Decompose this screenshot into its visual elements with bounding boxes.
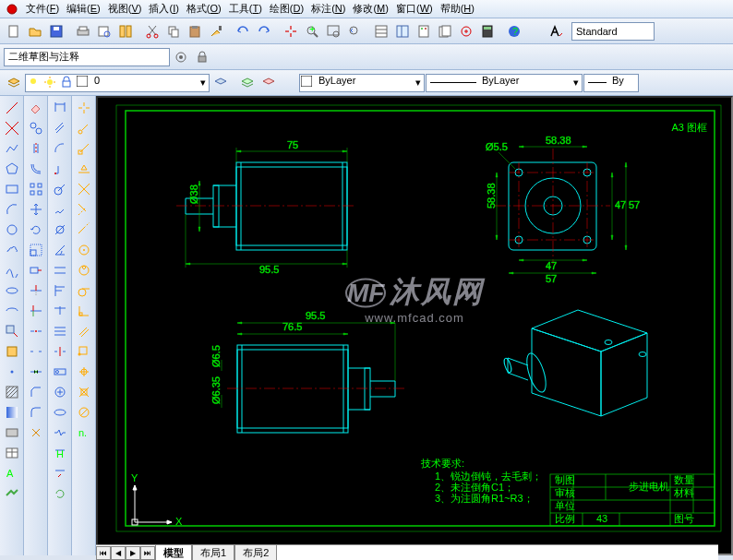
table-button[interactable] xyxy=(2,443,22,462)
help-button[interactable]: ? xyxy=(504,21,524,42)
layer-manager-button[interactable] xyxy=(4,73,24,93)
stretch-button[interactable] xyxy=(26,260,46,280)
snap-none-button[interactable] xyxy=(74,402,94,422)
revcloud-button[interactable] xyxy=(2,240,22,259)
block-button[interactable] xyxy=(2,341,22,361)
circle-button[interactable] xyxy=(2,220,22,239)
ellipse-button[interactable] xyxy=(2,280,22,300)
save-button[interactable] xyxy=(46,21,66,42)
dim-quick-button[interactable] xyxy=(50,260,70,280)
snap-per-button[interactable] xyxy=(74,301,94,320)
lineweight-combo[interactable]: By xyxy=(583,74,639,92)
point-button[interactable] xyxy=(2,362,22,381)
snap-qua-button[interactable] xyxy=(74,260,94,280)
design-center-button[interactable] xyxy=(392,21,413,42)
dim-break-button[interactable] xyxy=(50,341,70,361)
tab-layout2[interactable]: 布局2 xyxy=(234,544,277,561)
dim-continue-button[interactable] xyxy=(50,301,70,320)
zoom-window-button[interactable] xyxy=(323,21,343,42)
text-style-icon[interactable] xyxy=(545,21,571,42)
snap-settings-button[interactable]: n. xyxy=(74,423,94,442)
move-button[interactable] xyxy=(26,199,46,219)
plot-button[interactable] xyxy=(73,21,93,42)
dim-diameter-button[interactable] xyxy=(50,220,70,239)
break-button[interactable] xyxy=(26,341,46,361)
dim-ord-button[interactable] xyxy=(50,159,70,178)
snap-ins-button[interactable] xyxy=(74,341,94,361)
snap-int-button[interactable] xyxy=(74,179,94,198)
new-button[interactable] xyxy=(4,21,24,42)
zoom-realtime-button[interactable]: + xyxy=(302,21,322,42)
snap-from-button[interactable] xyxy=(74,118,94,137)
sheet-set-button[interactable] xyxy=(435,21,455,42)
snap-tan-button[interactable] xyxy=(74,280,94,300)
linetype-combo[interactable]: ByLayer ▾ xyxy=(426,74,583,92)
fillet-button[interactable] xyxy=(26,402,46,422)
dim-update-button[interactable] xyxy=(50,483,70,503)
dim-arc-button[interactable] xyxy=(50,138,70,158)
menu-view[interactable]: 视图(V) xyxy=(104,0,146,18)
break-point-button[interactable] xyxy=(26,321,46,340)
layer-prev-button[interactable] xyxy=(210,73,231,93)
menu-format[interactable]: 格式(O) xyxy=(183,0,225,18)
menu-edit[interactable]: 编辑(E) xyxy=(63,0,104,18)
jog-linear-button[interactable] xyxy=(50,423,70,442)
mtext-button[interactable]: A xyxy=(2,463,22,483)
undo-button[interactable] xyxy=(233,21,253,42)
dim-jog-button[interactable] xyxy=(50,199,70,219)
workspace-settings-button[interactable] xyxy=(171,47,191,67)
snap-nod-button[interactable] xyxy=(74,362,94,381)
pan-button[interactable] xyxy=(281,21,301,42)
explode-button[interactable] xyxy=(26,423,46,442)
polygon-button[interactable] xyxy=(2,159,22,178)
erase-button[interactable] xyxy=(26,98,46,117)
rotate-button[interactable] xyxy=(26,220,46,239)
addselected-button[interactable] xyxy=(2,483,22,503)
menu-window[interactable]: 窗口(W) xyxy=(392,0,437,18)
paste-button[interactable] xyxy=(185,21,205,42)
snap-cen-button[interactable] xyxy=(74,240,94,259)
workspace-lock-button[interactable] xyxy=(192,47,212,67)
markup-button[interactable] xyxy=(456,21,476,42)
preview-button[interactable] xyxy=(94,21,114,42)
hatch-button[interactable] xyxy=(2,382,22,401)
menu-dimension[interactable]: 标注(N) xyxy=(307,0,349,18)
extend-button[interactable] xyxy=(26,301,46,320)
tab-model[interactable]: 模型 xyxy=(155,544,192,561)
tool-palette-button[interactable] xyxy=(414,21,434,42)
snap-end-button[interactable] xyxy=(74,138,94,158)
dim-linear-button[interactable] xyxy=(50,98,70,117)
insert-button[interactable] xyxy=(2,321,22,340)
tab-last-button[interactable]: ⏭ xyxy=(140,546,155,560)
menu-tools[interactable]: 工具(T) xyxy=(225,0,266,18)
zoom-prev-button[interactable] xyxy=(344,21,365,42)
scale-button[interactable] xyxy=(26,240,46,259)
center-mark-button[interactable] xyxy=(50,382,70,401)
snap-temp-button[interactable] xyxy=(74,98,94,117)
open-button[interactable] xyxy=(25,21,45,42)
cut-button[interactable] xyxy=(142,21,162,42)
layer-iso-button[interactable] xyxy=(258,73,279,93)
line-button[interactable] xyxy=(2,98,22,117)
publish-button[interactable] xyxy=(115,21,136,42)
snap-nea-button[interactable] xyxy=(74,382,94,401)
menu-modify[interactable]: 修改(M) xyxy=(349,0,392,18)
color-combo[interactable]: ByLayer ▾ xyxy=(299,74,425,92)
tab-next-button[interactable]: ▶ xyxy=(126,546,140,560)
dim-radius-button[interactable] xyxy=(50,179,70,198)
menu-draw[interactable]: 绘图(D) xyxy=(266,0,307,18)
dim-tedit-button[interactable] xyxy=(50,463,70,483)
dim-baseline-button[interactable] xyxy=(50,280,70,300)
region-button[interactable] xyxy=(2,423,22,442)
match-button[interactable] xyxy=(206,21,226,42)
join-button[interactable] xyxy=(26,362,46,381)
gradient-button[interactable] xyxy=(2,402,22,422)
trim-button[interactable] xyxy=(26,280,46,300)
dim-angular-button[interactable] xyxy=(50,240,70,259)
snap-appint-button[interactable] xyxy=(74,199,94,219)
copy-button[interactable] xyxy=(163,21,184,42)
chamfer-button[interactable] xyxy=(26,382,46,401)
layer-state-button[interactable] xyxy=(237,73,258,93)
dim-edit-button[interactable]: H xyxy=(50,443,70,462)
layer-combo[interactable]: 0 ▾ xyxy=(25,74,210,92)
